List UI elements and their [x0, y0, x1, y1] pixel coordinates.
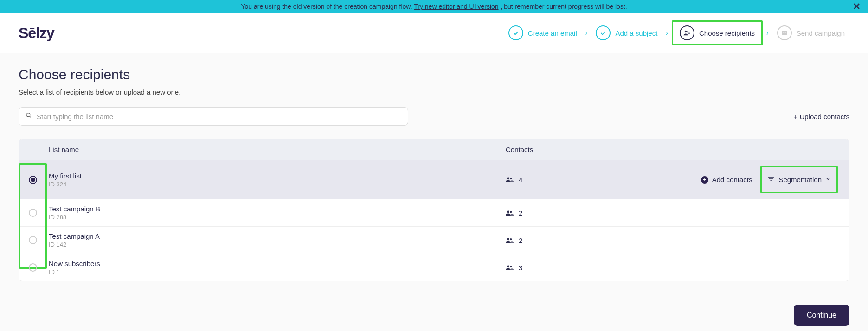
step-create-email[interactable]: Create an email [504, 23, 582, 43]
banner-text-after: , but remember current progress will be … [500, 3, 627, 10]
close-icon[interactable]: ✕ [853, 1, 861, 12]
column-header-name: List name [47, 146, 506, 153]
svg-point-3 [26, 113, 30, 117]
add-contacts-button[interactable]: + Add contacts [701, 176, 752, 184]
list-name: Test campaign B [49, 205, 506, 213]
svg-rect-2 [782, 31, 787, 35]
banner-text-before: You are using the old version of the cre… [241, 3, 414, 10]
radio-button[interactable] [29, 263, 37, 272]
page-title: Choose recipients [19, 67, 849, 83]
list-id: ID 142 [49, 241, 506, 248]
svg-point-5 [507, 177, 509, 179]
column-header-contacts: Contacts [506, 146, 663, 153]
radio-button[interactable] [29, 236, 37, 244]
header: Sēlzy Create an email › Add a subject › … [0, 13, 868, 53]
people-icon [506, 176, 514, 184]
contacts-count: 2 [519, 236, 522, 244]
banner-link[interactable]: Try new editor and UI version [414, 3, 498, 10]
svg-point-6 [510, 178, 512, 179]
svg-point-14 [507, 265, 509, 267]
search-icon [26, 112, 32, 121]
search-input[interactable] [37, 113, 401, 121]
upload-contacts-link[interactable]: + Upload contacts [794, 113, 850, 121]
check-icon [508, 25, 523, 40]
step-label: Create an email [528, 29, 577, 37]
chevron-right-icon: › [766, 29, 769, 37]
list-id: ID 288 [49, 214, 506, 221]
contacts-count: 2 [519, 209, 522, 217]
svg-point-15 [510, 266, 512, 267]
people-plus-icon [680, 25, 694, 40]
step-send-campaign: Send campaign [772, 23, 849, 43]
main-content: Choose recipients Select a list of recip… [0, 53, 868, 295]
plus-icon: + [701, 176, 708, 184]
chevron-right-icon: › [585, 29, 588, 37]
step-label: Choose recipients [699, 29, 755, 37]
contacts-count: 3 [519, 264, 522, 272]
svg-point-13 [510, 238, 512, 240]
svg-point-0 [685, 31, 687, 33]
table-row[interactable]: My first list ID 324 4 + Add contacts [19, 160, 849, 199]
radio-button[interactable] [29, 176, 37, 184]
check-icon [596, 25, 611, 40]
stepper: Create an email › Add a subject › Choose… [504, 20, 849, 45]
step-label: Add a subject [615, 29, 657, 37]
list-name: New subscribers [49, 260, 506, 267]
notification-banner: You are using the old version of the cre… [0, 0, 868, 13]
svg-point-10 [507, 210, 509, 213]
step-choose-recipients[interactable]: Choose recipients [672, 20, 763, 45]
svg-point-1 [687, 31, 688, 32]
recipients-table: List name Contacts My first list ID 324 … [19, 139, 849, 281]
list-name: Test campaign A [49, 232, 506, 240]
step-add-subject[interactable]: Add a subject [591, 23, 662, 43]
table-row[interactable]: New subscribers ID 1 3 [19, 254, 849, 281]
step-label: Send campaign [797, 29, 845, 37]
search-input-wrapper[interactable] [19, 107, 408, 126]
table-row[interactable]: Test campaign A ID 142 2 [19, 226, 849, 254]
list-id: ID 1 [49, 268, 506, 275]
people-icon [506, 209, 514, 217]
continue-button[interactable]: Continue [794, 305, 849, 326]
people-icon [506, 236, 514, 244]
radio-button[interactable] [29, 209, 37, 217]
table-row[interactable]: Test campaign B ID 288 2 [19, 199, 849, 226]
contacts-count: 4 [519, 176, 522, 184]
svg-point-12 [507, 238, 509, 240]
filter-icon [767, 176, 775, 184]
footer: Continue [0, 295, 868, 331]
envelope-icon [777, 25, 792, 40]
chevron-down-icon [825, 176, 831, 183]
svg-line-4 [30, 116, 31, 118]
svg-point-11 [510, 211, 512, 213]
people-icon [506, 264, 514, 272]
list-id: ID 324 [49, 181, 506, 188]
page-subtitle: Select a list of recipients below or upl… [19, 88, 849, 96]
logo[interactable]: Sēlzy [19, 25, 54, 42]
list-name: My first list [49, 172, 506, 180]
segmentation-button[interactable]: Segmentation [767, 176, 831, 184]
chevron-right-icon: › [666, 29, 668, 37]
table-header: List name Contacts [19, 139, 849, 160]
